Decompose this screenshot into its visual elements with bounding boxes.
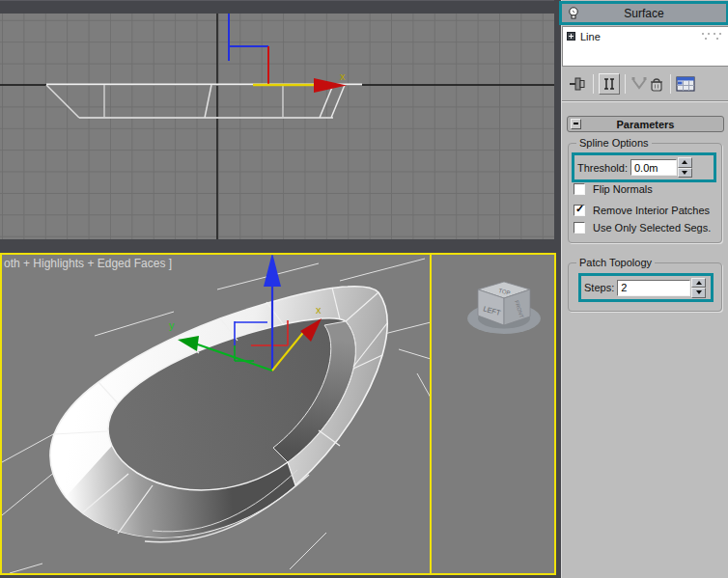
toolbar-separator — [670, 74, 671, 94]
threshold-highlight-frame: Threshold: — [572, 152, 716, 182]
gizmo-x-label: x — [316, 304, 322, 316]
panel-divider — [562, 100, 728, 102]
viewport-top-ortho[interactable]: x — [0, 0, 554, 239]
checkbox-remove-interior-patches[interactable]: ✓ Remove Interior Patches — [574, 205, 710, 216]
spinner-up-icon[interactable] — [691, 278, 706, 289]
modifier-highlight-frame: Surface — [559, 1, 728, 25]
spinner-down-icon[interactable] — [678, 168, 692, 179]
group-patch-topology: Patch Topology Steps: — [568, 262, 722, 312]
configure-modifier-sets-icon[interactable] — [676, 75, 696, 93]
command-panel: Surface Line — [561, 0, 728, 578]
subobject-dots-icon — [701, 32, 722, 41]
rollout-title: Parameters — [617, 119, 675, 130]
steps-spinner[interactable] — [691, 278, 706, 298]
toolbar-separator — [625, 74, 626, 94]
group-title: Spline Options — [576, 137, 652, 149]
selected-modifier-name: Surface — [624, 7, 663, 20]
show-end-result-icon — [602, 76, 617, 92]
top-viewport-drawing: x — [0, 0, 554, 239]
axis-x-label: x — [340, 70, 346, 82]
hull-surface-model[interactable] — [50, 287, 387, 542]
viewport-perspective-active[interactable]: oth + Highlights + Edged Faces ] — [0, 253, 556, 575]
spinner-down-icon[interactable] — [691, 288, 706, 298]
steps-label: Steps: — [584, 282, 614, 293]
threshold-spinner[interactable] — [678, 157, 692, 178]
show-end-result-button[interactable] — [599, 73, 620, 95]
threshold-input[interactable] — [630, 159, 677, 176]
spinner-up-icon[interactable] — [678, 157, 692, 168]
checkbox-icon[interactable] — [574, 183, 585, 195]
checkbox-flip-normals[interactable]: Flip Normals — [574, 183, 653, 195]
stack-item-line[interactable]: Line — [563, 29, 728, 43]
modifier-stack-toolbar — [562, 68, 728, 99]
steps-input[interactable] — [617, 280, 690, 296]
checkbox-checked-icon[interactable]: ✓ — [574, 205, 585, 216]
viewcube[interactable]: TOP LEFT FRONT — [467, 282, 541, 334]
move-gizmo-ortho[interactable] — [229, 0, 347, 93]
threshold-label: Threshold: — [577, 162, 628, 174]
modifier-stack-selected-row[interactable]: Surface — [562, 4, 726, 22]
perspective-drawing: y x TOP LEFT FRONT — [2, 255, 554, 573]
steps-highlight-frame: Steps: — [578, 273, 714, 302]
checkbox-use-only-selected-segs[interactable]: Use Only Selected Segs. — [574, 222, 711, 234]
lightbulb-icon[interactable] — [567, 6, 580, 21]
rollout-header-parameters[interactable]: Parameters — [567, 116, 724, 132]
checkbox-icon[interactable] — [574, 222, 585, 234]
toolbar-separator — [593, 74, 594, 94]
gizmo-y-label: y — [169, 319, 175, 331]
stack-item-label: Line — [580, 31, 601, 42]
remove-modifier-icon[interactable] — [648, 74, 665, 94]
modifier-stack-list[interactable]: Line — [562, 26, 728, 67]
z-axis-arrow-icon[interactable] — [264, 255, 281, 287]
group-spline-options: Spline Options Threshold: Flip Normals ✓… — [568, 143, 722, 243]
pin-stack-icon[interactable] — [569, 74, 588, 94]
collapse-rollout-icon[interactable] — [571, 119, 581, 129]
make-unique-icon[interactable] — [630, 75, 648, 93]
viewport-shading-label[interactable]: oth + Highlights + Edged Faces ] — [4, 257, 172, 270]
expand-plus-icon[interactable] — [567, 32, 575, 41]
viewport-splitter-horizontal[interactable] — [0, 0, 554, 14]
group-title: Patch Topology — [576, 257, 655, 268]
